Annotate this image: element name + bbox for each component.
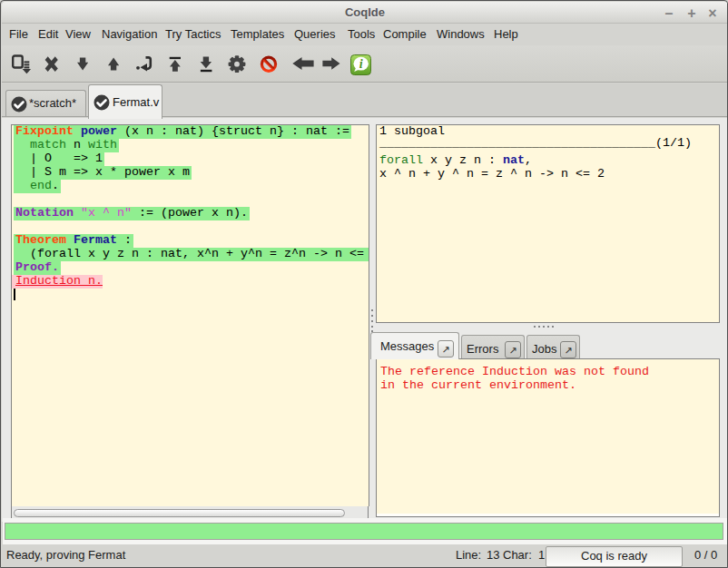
svg-text:i: i (359, 57, 363, 71)
